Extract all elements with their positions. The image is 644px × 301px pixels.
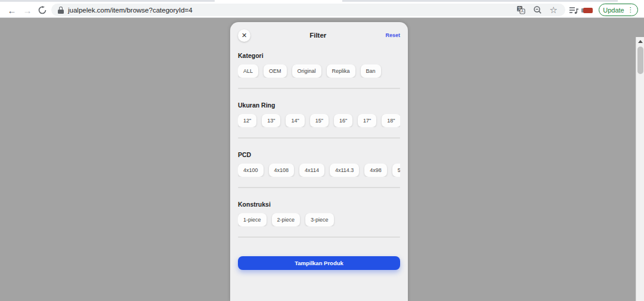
lock-icon[interactable] xyxy=(58,7,64,14)
divider xyxy=(238,88,400,89)
filter-chip[interactable]: 4x114.3 xyxy=(330,164,359,177)
filter-chip[interactable]: 18" xyxy=(382,114,400,127)
divider xyxy=(238,187,400,188)
section-label-pcd: PCD xyxy=(238,151,400,158)
filter-chip[interactable]: 4x114 xyxy=(299,164,324,177)
translate-icon[interactable]: 文A xyxy=(516,5,525,14)
filter-chip[interactable]: 16" xyxy=(334,114,352,127)
filter-chip[interactable]: 4x108 xyxy=(269,164,295,177)
section-label-ukuran-ring: Ukuran Ring xyxy=(238,102,400,109)
divider xyxy=(238,236,400,238)
chip-row-kategori: ALLOEMOriginalReplikaBan xyxy=(238,64,400,78)
extension-icon[interactable] xyxy=(583,8,593,13)
svg-text:A: A xyxy=(521,9,524,13)
chip-row-ukuran-ring: 12"13"14"15"16"17"18"19" xyxy=(238,114,400,127)
address-bar[interactable]: jualpelek.com/item/browse?categoryId=4 文… xyxy=(51,4,565,16)
filter-chip[interactable]: 4x98 xyxy=(364,164,387,177)
reset-link[interactable]: Reset xyxy=(385,32,400,38)
filter-chip[interactable]: OEM xyxy=(264,64,287,78)
chip-row-pcd: 4x1004x1084x1144x114.34x985x100 xyxy=(238,164,400,177)
filter-chip[interactable]: 4x100 xyxy=(238,164,264,177)
filter-chip[interactable]: 17" xyxy=(358,114,376,127)
filter-header: ✕ Filter Reset xyxy=(238,29,400,42)
chip-row-konstruksi: 1-piece2-piece3-piece xyxy=(238,213,400,226)
filter-chip[interactable]: Ban xyxy=(361,64,381,78)
scroll-up-icon[interactable] xyxy=(638,40,643,43)
filter-chip[interactable]: 1-piece xyxy=(238,213,267,226)
show-products-button[interactable]: Tampilkan Produk xyxy=(238,256,400,270)
filter-chip[interactable]: 2-piece xyxy=(272,213,301,226)
filter-panel: ✕ Filter Reset Kategori ALLOEMOriginalRe… xyxy=(230,22,408,301)
update-label: Update xyxy=(603,7,624,14)
back-icon[interactable]: ← xyxy=(6,4,18,16)
filter-chip[interactable]: 15" xyxy=(310,114,329,127)
scrollbar[interactable] xyxy=(636,37,644,301)
section-label-konstruksi: Konstruksi xyxy=(238,201,400,208)
bookmark-star-icon[interactable]: ☆ xyxy=(550,5,558,16)
filter-chip[interactable]: 13" xyxy=(262,114,280,127)
url-text[interactable]: jualpelek.com/item/browse?categoryId=4 xyxy=(68,7,516,14)
browser-toolbar: ← → jualpelek.com/item/browse?categoryId… xyxy=(0,2,644,18)
close-icon[interactable]: ✕ xyxy=(238,29,250,42)
zoom-out-icon[interactable] xyxy=(533,5,542,14)
filter-chip[interactable]: 3-piece xyxy=(305,213,334,226)
filter-chip[interactable]: 12" xyxy=(238,114,256,127)
page-background: ✕ Filter Reset Kategori ALLOEMOriginalRe… xyxy=(0,19,644,301)
filter-chip[interactable]: ALL xyxy=(238,64,258,78)
menu-kebab-icon[interactable]: ⋮ xyxy=(627,7,634,13)
filter-chip[interactable]: Original xyxy=(292,64,321,78)
filter-title: Filter xyxy=(250,32,385,39)
scrollbar-thumb[interactable] xyxy=(637,47,643,74)
divider xyxy=(238,137,400,139)
refresh-icon[interactable] xyxy=(36,4,48,16)
filter-chip[interactable]: 5x100 xyxy=(392,164,400,177)
filter-chip[interactable]: 14" xyxy=(286,114,304,127)
forward-icon[interactable]: → xyxy=(21,4,33,16)
filter-chip[interactable]: Replika xyxy=(327,64,355,78)
section-label-kategori: Kategori xyxy=(238,52,400,59)
playlist-icon[interactable] xyxy=(569,6,579,14)
update-button[interactable]: Update ⋮ xyxy=(599,4,638,16)
